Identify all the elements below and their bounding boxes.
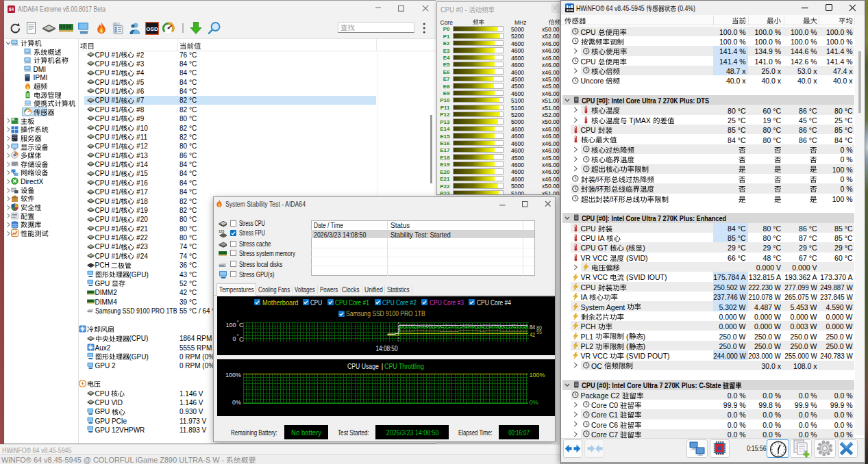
svg-text:64: 64 <box>8 7 14 12</box>
svg-text:123: 123 <box>219 229 225 233</box>
svg-text:OSD: OSD <box>146 26 158 32</box>
